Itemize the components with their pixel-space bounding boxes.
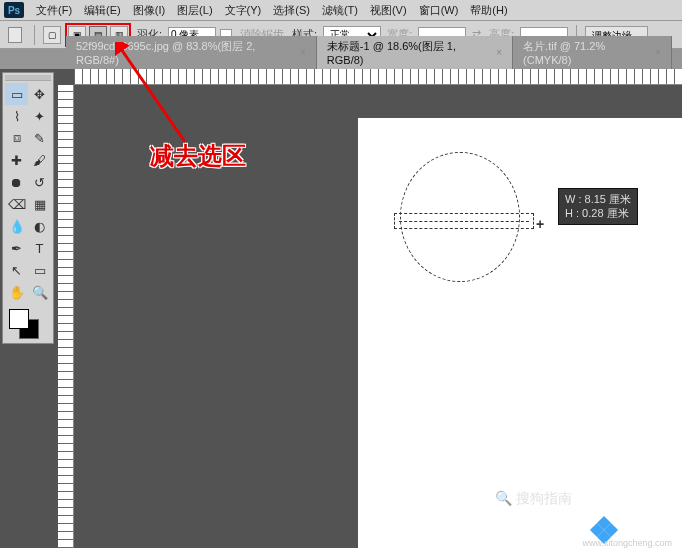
dimension-tooltip: W : 8.15 厘米 H : 0.28 厘米 <box>558 188 638 225</box>
zoom-tool[interactable]: 🔍 <box>28 281 51 303</box>
heal-tool[interactable]: ✚ <box>5 149 28 171</box>
watermark-url: www.xitongcheng.com <box>582 538 672 548</box>
move-tool[interactable]: ✥ <box>28 83 51 105</box>
tab-doc-0[interactable]: 52f99cd06695c.jpg @ 83.8%(图层 2, RGB/8#)× <box>66 36 317 69</box>
eraser-tool[interactable]: ⌫ <box>5 193 28 215</box>
tab-doc-2[interactable]: 名片.tif @ 71.2%(CMYK/8)× <box>513 36 672 69</box>
close-icon[interactable]: × <box>496 47 502 58</box>
blur-tool[interactable]: 💧 <box>5 215 28 237</box>
tools-panel: ▭✥ ⌇✦ ⧈✎ ✚🖌 ⏺↺ ⌫▦ 💧◐ ✒T ↖▭ ✋🔍 <box>2 72 54 344</box>
close-icon[interactable]: × <box>655 47 661 58</box>
brush-tool[interactable]: 🖌 <box>28 149 51 171</box>
menu-help[interactable]: 帮助(H) <box>464 1 513 20</box>
app-logo: Ps <box>4 2 24 18</box>
cursor-crosshair-icon: + <box>536 216 544 232</box>
selection-new-button[interactable]: ▢ <box>43 26 61 44</box>
crop-tool[interactable]: ⧈ <box>5 127 28 149</box>
dodge-tool[interactable]: ◐ <box>28 215 51 237</box>
tooltip-height: H : 0.28 厘米 <box>565 206 631 220</box>
history-brush-tool[interactable]: ↺ <box>28 171 51 193</box>
tab-doc-1[interactable]: 未标题-1 @ 18.6%(图层 1, RGB/8)× <box>317 36 513 69</box>
tab-label: 未标题-1 @ 18.6%(图层 1, RGB/8) <box>327 39 490 66</box>
tooltip-width: W : 8.15 厘米 <box>565 192 631 206</box>
type-tool[interactable]: T <box>28 237 51 259</box>
menu-edit[interactable]: 编辑(E) <box>78 1 127 20</box>
lasso-tool[interactable]: ⌇ <box>5 105 28 127</box>
rectangle-selection <box>394 213 534 229</box>
menu-image[interactable]: 图像(I) <box>127 1 171 20</box>
panel-handle[interactable] <box>5 75 51 81</box>
eyedropper-tool[interactable]: ✎ <box>28 127 51 149</box>
menu-window[interactable]: 窗口(W) <box>413 1 465 20</box>
watermark-sogou: 🔍 搜狗指南 <box>495 490 572 508</box>
path-select-tool[interactable]: ↖ <box>5 259 28 281</box>
tab-label: 52f99cd06695c.jpg @ 83.8%(图层 2, RGB/8#) <box>76 39 294 66</box>
menu-file[interactable]: 文件(F) <box>30 1 78 20</box>
menu-filter[interactable]: 滤镜(T) <box>316 1 364 20</box>
gradient-tool[interactable]: ▦ <box>28 193 51 215</box>
ruler-horizontal[interactable] <box>74 69 682 85</box>
document-tabs: 52f99cd06695c.jpg @ 83.8%(图层 2, RGB/8#)×… <box>0 49 682 69</box>
foreground-swatch[interactable] <box>9 309 29 329</box>
separator <box>34 25 35 45</box>
shape-tool[interactable]: ▭ <box>28 259 51 281</box>
stamp-tool[interactable]: ⏺ <box>5 171 28 193</box>
tool-preset-dropdown[interactable] <box>8 27 22 43</box>
close-icon[interactable]: × <box>300 47 306 58</box>
menu-bar: Ps 文件(F) 编辑(E) 图像(I) 图层(L) 文字(Y) 选择(S) 滤… <box>0 0 682 21</box>
wand-tool[interactable]: ✦ <box>28 105 51 127</box>
annotation-text: 减去选区 <box>150 140 246 172</box>
marquee-tool[interactable]: ▭ <box>5 83 28 105</box>
ruler-vertical[interactable] <box>58 85 74 548</box>
menu-view[interactable]: 视图(V) <box>364 1 413 20</box>
menu-layer[interactable]: 图层(L) <box>171 1 218 20</box>
document-canvas[interactable] <box>358 118 682 548</box>
hand-tool[interactable]: ✋ <box>5 281 28 303</box>
color-swatches <box>5 307 51 341</box>
pen-tool[interactable]: ✒ <box>5 237 28 259</box>
tab-label: 名片.tif @ 71.2%(CMYK/8) <box>523 39 649 66</box>
menu-select[interactable]: 选择(S) <box>267 1 316 20</box>
menu-type[interactable]: 文字(Y) <box>219 1 268 20</box>
